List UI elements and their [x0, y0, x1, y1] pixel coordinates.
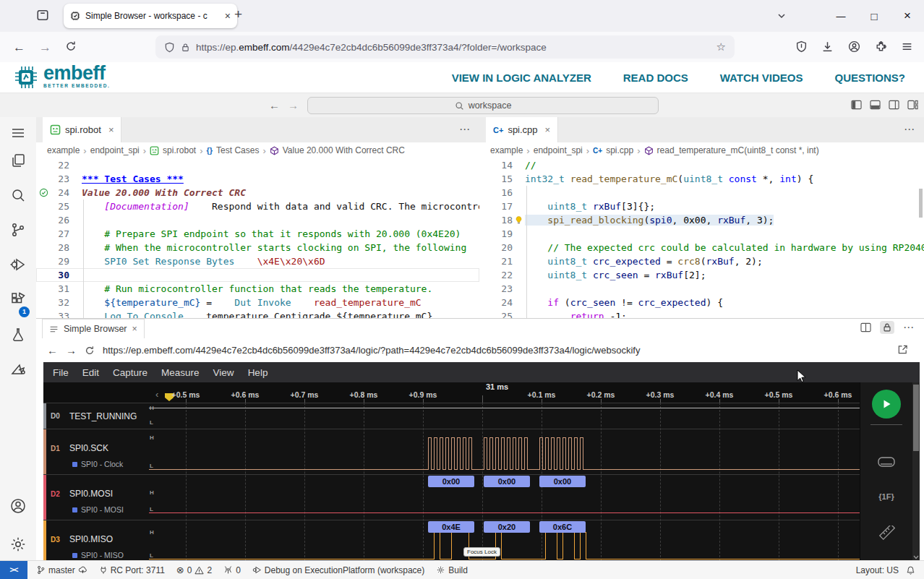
- git-branch-item[interactable]: master: [36, 565, 87, 575]
- rc-port-item[interactable]: RC Port: 3711: [99, 565, 165, 575]
- nav-link-watch-videos[interactable]: WATCH VIDEOS: [720, 72, 803, 84]
- browser-forward-button[interactable]: →: [39, 40, 51, 55]
- notifications-bell-icon[interactable]: [906, 565, 915, 575]
- explorer-icon[interactable]: [9, 152, 27, 169]
- editor-actions-more-icon[interactable]: ⋯: [459, 123, 471, 136]
- code-line[interactable]: 27 # Prepare SPI endpoint so that it res…: [36, 227, 479, 241]
- hex-display-icon[interactable]: {1F}: [860, 492, 912, 501]
- decoded-byte-annotation[interactable]: 0x00: [539, 476, 586, 487]
- menu-capture[interactable]: Capture: [113, 367, 147, 378]
- downloads-icon[interactable]: [821, 40, 834, 53]
- history-forward-button[interactable]: →: [288, 99, 299, 111]
- decoded-byte-annotation[interactable]: 0x20: [484, 521, 530, 533]
- webview-back-button[interactable]: ←: [47, 344, 58, 356]
- code-line[interactable]: 23: [479, 282, 924, 296]
- code-line[interactable]: 15int32_t read_temperature_mC(uint8_t co…: [479, 172, 924, 186]
- tab-spi-robot[interactable]: spi.robot ×: [43, 117, 121, 142]
- source-control-icon[interactable]: [9, 221, 27, 239]
- url-bar[interactable]: https://ep.embeff.com/4429e4c7e2cb4dc6b5…: [155, 35, 735, 59]
- code-line[interactable]: 31 # Run microcontroller function that r…: [36, 282, 479, 296]
- browser-tab[interactable]: Simple Browser - workspace - c ×: [64, 4, 237, 28]
- measure-ruler-icon[interactable]: [860, 526, 912, 543]
- browser-back-button[interactable]: ←: [13, 40, 25, 55]
- build-item[interactable]: Build: [436, 565, 468, 575]
- code-line[interactable]: 25 [Documentation] Respond with data and…: [36, 200, 479, 213]
- decoded-byte-annotation[interactable]: 0x00: [428, 476, 474, 487]
- decoded-byte-annotation[interactable]: 0x6C: [539, 521, 586, 533]
- customize-layout-icon[interactable]: [907, 100, 918, 110]
- new-tab-button[interactable]: +: [234, 7, 242, 22]
- menu-icon[interactable]: [9, 124, 27, 142]
- editor-scrollbar[interactable]: [919, 189, 923, 218]
- menu-file[interactable]: File: [53, 367, 69, 378]
- debug-item[interactable]: Debug on ExecutionPlatform (workspace): [252, 565, 424, 575]
- split-editor-icon[interactable]: [860, 322, 871, 333]
- code-line[interactable]: 24Value 20.000 With Correct CRC: [36, 186, 479, 200]
- extensions-puzzle-icon[interactable]: [875, 40, 887, 53]
- code-line[interactable]: 30: [36, 268, 479, 282]
- decoded-byte-annotation[interactable]: 0x00: [484, 476, 530, 487]
- toggle-sidebar-icon[interactable]: [851, 100, 862, 110]
- problems-item[interactable]: ⊗ 0 2: [176, 565, 212, 575]
- lock-panel-icon[interactable]: [880, 321, 894, 334]
- code-line[interactable]: 26: [36, 213, 479, 227]
- run-capture-button[interactable]: [872, 390, 901, 419]
- signal-row-d1[interactable]: D1SPI0.SCKSPI0 - ClockHL: [43, 429, 912, 474]
- signal-row-d2[interactable]: D2SPI0.MOSISPI0 - MOSIHL0x000x000x00: [43, 474, 912, 520]
- bookmark-star-icon[interactable]: ☆: [716, 40, 726, 53]
- code-line[interactable]: 23*** Test Cases ***: [36, 172, 479, 186]
- panel-tab-simple-browser[interactable]: Simple Browser ×: [42, 319, 145, 339]
- extensions-icon[interactable]: [9, 291, 27, 308]
- code-line[interactable]: 32 ${temperature_mC} = Dut Invoke read_t…: [36, 296, 479, 309]
- webview-forward-button[interactable]: →: [66, 344, 77, 356]
- code-editor-robot[interactable]: 2223*** Test Cases ***24Value 20.000 Wit…: [36, 158, 479, 318]
- embeff-logo[interactable]: embeff BETTER EMBEDDED.: [13, 64, 110, 91]
- list-tabs-chevron-icon[interactable]: [777, 11, 787, 21]
- settings-gear-icon[interactable]: [9, 536, 27, 553]
- nav-link-read-docs[interactable]: READ DOCS: [623, 72, 688, 84]
- keyboard-layout-item[interactable]: Layout: US: [856, 565, 899, 575]
- account-icon[interactable]: [848, 40, 860, 53]
- firefox-view-icon[interactable]: [36, 9, 49, 22]
- code-line[interactable]: 18 spi_read_blocking(spi0, 0x00, rxBuf, …: [479, 213, 924, 227]
- code-line[interactable]: 21 uint8_t crc_expected = crc8(rxBuf, 2)…: [479, 254, 924, 268]
- tab-close-icon[interactable]: ×: [108, 124, 114, 135]
- webview-scrollbar[interactable]: [912, 382, 920, 561]
- code-line[interactable]: 22: [36, 158, 479, 172]
- code-line[interactable]: 20 // The expected crc could be calculat…: [479, 241, 924, 254]
- history-back-button[interactable]: ←: [269, 99, 280, 111]
- ruler-back-icon[interactable]: ‹: [155, 389, 158, 400]
- toggle-panel-icon[interactable]: [870, 100, 881, 110]
- run-debug-icon[interactable]: [9, 256, 27, 273]
- code-line[interactable]: 17 uint8_t rxBuf[3]{};: [479, 200, 924, 213]
- signal-row-d0[interactable]: D0TEST_RUNNINGHL: [43, 403, 912, 429]
- accounts-icon[interactable]: [9, 497, 27, 515]
- panel-more-icon[interactable]: ⋯: [903, 321, 914, 334]
- menu-view[interactable]: View: [213, 367, 234, 378]
- nav-link-questions[interactable]: QUESTIONS?: [834, 72, 905, 84]
- decoded-byte-annotation[interactable]: 0x4E: [428, 521, 474, 533]
- scrollbar-thumb[interactable]: [913, 385, 919, 451]
- search-icon[interactable]: [9, 186, 27, 204]
- menu-measure[interactable]: Measure: [161, 367, 200, 378]
- code-line[interactable]: 25 return -1;: [479, 309, 924, 318]
- browser-reload-button[interactable]: [65, 40, 77, 52]
- device-icon[interactable]: [860, 455, 912, 469]
- open-external-icon[interactable]: [897, 344, 908, 355]
- panel-tab-close-icon[interactable]: ×: [132, 324, 137, 334]
- webview-url[interactable]: https://ep.embeff.com/4429e4c7e2cb4dc6b5…: [103, 345, 640, 356]
- scroll-down-icon[interactable]: [913, 555, 919, 559]
- editor-actions-more-icon[interactable]: ⋯: [904, 123, 915, 136]
- nav-link-logic-analyzer[interactable]: VIEW IN LOGIC ANALYZER: [452, 72, 591, 84]
- minimize-button[interactable]: —: [824, 11, 857, 22]
- code-editor-cpp[interactable]: 14//15int32_t read_temperature_mC(uint8_…: [479, 158, 924, 318]
- code-line[interactable]: 16: [479, 186, 924, 200]
- tab-close-icon[interactable]: ×: [545, 124, 551, 135]
- timeline-ruler[interactable]: ‹ +0.5 ms+0.6 ms+0.7 ms+0.8 ms+0.9 ms+0.…: [43, 382, 920, 403]
- menu-hamburger-icon[interactable]: [901, 40, 913, 53]
- ports-item[interactable]: 0: [223, 565, 241, 575]
- robot-framework-icon[interactable]: [9, 361, 27, 378]
- toggle-secondary-sidebar-icon[interactable]: [889, 100, 899, 110]
- menu-edit[interactable]: Edit: [82, 367, 99, 378]
- code-line[interactable]: 14//: [479, 158, 924, 172]
